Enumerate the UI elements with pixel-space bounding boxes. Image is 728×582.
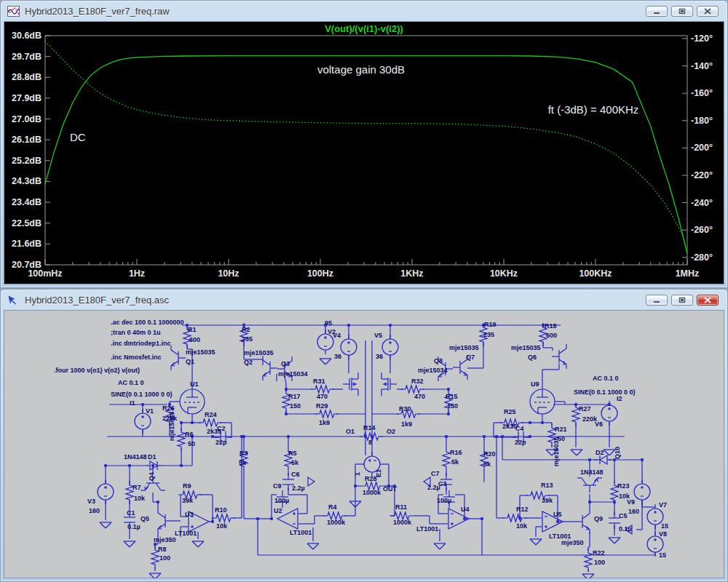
schematic-label: U5 xyxy=(553,511,562,518)
schematic-label: .ac dec 100 0.1 1000000 xyxy=(111,319,184,326)
schematic-label: Q1 xyxy=(186,358,194,365)
res-symbol[interactable] xyxy=(585,549,592,572)
y-left-tick-label: 25.2dB xyxy=(12,156,41,166)
gnd-symbol[interactable] xyxy=(149,573,161,578)
res-symbol[interactable] xyxy=(315,410,339,418)
schematic-label: 22p xyxy=(215,439,227,446)
close-button[interactable] xyxy=(697,6,719,17)
schematic-label: R23 xyxy=(617,482,630,490)
schematic-label: 1k9 xyxy=(401,420,412,428)
bjt-symbol[interactable] xyxy=(575,509,590,534)
gnd-symbol[interactable] xyxy=(582,574,594,578)
schematic-window-titlebar[interactable]: Hybrid2013_E180F_ver7_freq.asc xyxy=(1,290,727,309)
schematic-label: R2 xyxy=(242,326,250,333)
trace-phase_deg[interactable] xyxy=(45,41,687,253)
gnd-symbol[interactable] xyxy=(434,543,446,549)
schematic-label: R24 xyxy=(205,411,217,418)
restore-button[interactable] xyxy=(671,6,693,17)
res-symbol[interactable] xyxy=(212,514,235,522)
res-symbol[interactable] xyxy=(311,386,334,393)
restore-button[interactable] xyxy=(671,295,693,306)
schematic-label: R3 xyxy=(240,450,248,457)
schematic-label: C9 xyxy=(273,482,282,490)
gnd-symbol[interactable] xyxy=(100,522,111,528)
waveform-plot-pane[interactable]: V(out)/(v(i1)-v(i2)) 30.6dB29.7dB28.8dB2… xyxy=(4,21,724,284)
schematic-label: 10k xyxy=(216,522,228,530)
schematic-label: R27 xyxy=(579,405,591,412)
bjt-symbol[interactable] xyxy=(577,478,602,493)
schematic-label: Q2 xyxy=(244,359,253,366)
mos-symbol[interactable] xyxy=(343,372,358,396)
schematic-label: 1N4148 xyxy=(580,469,604,476)
schematic-label: 0.1µ xyxy=(619,525,632,533)
close-button[interactable] xyxy=(697,295,719,306)
gnd-symbol[interactable] xyxy=(609,538,620,543)
vsrc-symbol[interactable] xyxy=(382,335,398,359)
y-right-tick-label: -200° xyxy=(691,143,713,153)
y-left-tick-label: 28.8dB xyxy=(12,72,41,82)
schematic-label: V7 xyxy=(659,501,667,509)
schematic-label: O2 xyxy=(387,428,395,435)
schematic-canvas[interactable]: .ac dec 100 0.1 1000000;tran 0 40m 0 1u.… xyxy=(4,311,725,578)
schematic-label: .inc Nmosfet.inc xyxy=(111,354,162,361)
bode-plot-canvas[interactable]: 30.6dB29.7dB28.8dB27.9dB27.0dB26.1dB25.2… xyxy=(4,22,725,284)
schematic-label: R29 xyxy=(316,402,328,410)
schematic-label: 39k xyxy=(182,497,194,504)
y-right-tick-label: -120° xyxy=(691,33,713,44)
schematic-label: O1 xyxy=(346,428,355,435)
y-right-tick-label: -160° xyxy=(691,88,713,98)
schematic-label: V4 xyxy=(333,332,341,339)
minimize-button[interactable] xyxy=(646,6,668,17)
res-symbol[interactable] xyxy=(503,514,526,522)
schematic-label: 8 xyxy=(368,439,372,446)
vsrc-symbol[interactable] xyxy=(98,479,114,504)
schematic-pane[interactable]: .ac dec 100 0.1 1000000;tran 0 40m 0 1u.… xyxy=(4,310,724,578)
plot-window-controls xyxy=(646,6,723,17)
bjt-symbol[interactable] xyxy=(453,355,467,380)
schematic-window: Hybrid2013_E180F_ver7_freq.asc .ac dec 1… xyxy=(0,289,728,582)
gnd-symbol[interactable] xyxy=(530,539,542,545)
schematic-label: mje15034 xyxy=(278,370,308,378)
flag-symbol[interactable] xyxy=(308,477,314,486)
res-symbol[interactable] xyxy=(443,447,450,471)
res-symbol[interactable] xyxy=(401,386,424,393)
y-left-tick-label: 23.4dB xyxy=(12,197,41,207)
schematic-label: 470 xyxy=(414,393,425,400)
diode-symbol[interactable] xyxy=(594,455,612,464)
x-tick-label: 10KHz xyxy=(490,268,518,279)
schematic-label: R32 xyxy=(411,378,424,385)
tube-symbol[interactable] xyxy=(180,389,205,414)
bjt-symbol[interactable] xyxy=(171,346,186,370)
gnd-symbol[interactable] xyxy=(307,543,319,549)
mos-symbol[interactable] xyxy=(381,372,397,396)
res-symbol[interactable] xyxy=(178,428,185,451)
schematic-label: R9 xyxy=(183,482,191,490)
vsrc-symbol[interactable] xyxy=(341,335,357,359)
diode-symbol[interactable] xyxy=(146,461,163,470)
schematic-label: R5 xyxy=(288,450,297,457)
schematic-label: Q7 xyxy=(466,354,475,361)
bjt-symbol[interactable] xyxy=(263,356,277,380)
y-right-tick-label: -180° xyxy=(691,116,713,126)
schematic-label: LT1001 xyxy=(175,530,197,537)
schematic-label: U1 xyxy=(190,380,199,388)
schematic-label: 2.2µ xyxy=(292,485,305,492)
schematic-label: C2 xyxy=(217,425,226,432)
plot-window-titlebar[interactable]: Hybrid2013_E180F_ver7_freq.raw xyxy=(1,1,727,20)
minimize-button[interactable] xyxy=(646,295,668,306)
schematic-label: 5k xyxy=(451,458,459,466)
schematic-label: 39k xyxy=(542,497,553,504)
gnd-symbol[interactable] xyxy=(320,359,331,364)
schematic-label: R6 xyxy=(185,431,194,438)
trace-gain_dB[interactable] xyxy=(45,56,687,253)
schematic-label: AC 0.1 0 xyxy=(593,375,619,382)
vsrc-symbol[interactable] xyxy=(634,479,650,504)
bjt-symbol[interactable] xyxy=(158,509,173,533)
schematic-label: mje15035 xyxy=(244,349,274,356)
gnd-symbol[interactable] xyxy=(192,541,204,547)
gnd-symbol[interactable] xyxy=(571,450,582,455)
gnd-symbol[interactable] xyxy=(124,541,135,547)
plot-window: Hybrid2013_E180F_ver7_freq.raw V(out)/(v… xyxy=(0,0,728,288)
waveform-file-icon xyxy=(7,6,20,17)
tube-symbol[interactable] xyxy=(530,389,555,414)
